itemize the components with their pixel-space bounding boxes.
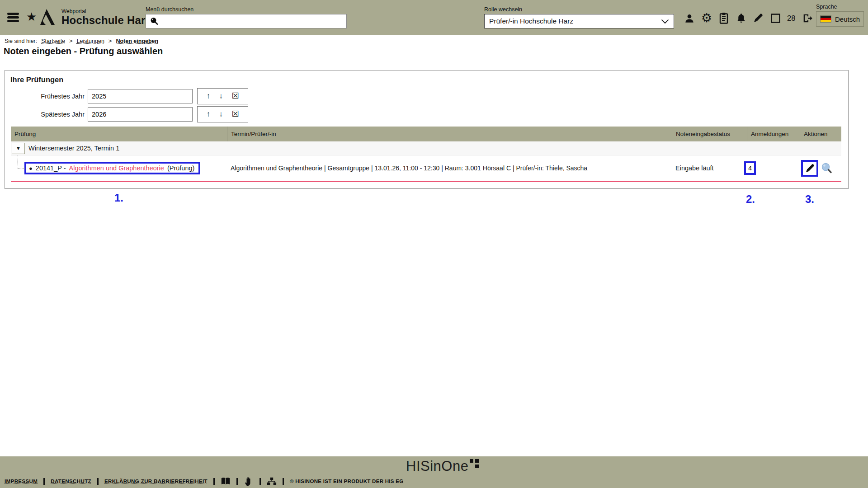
footer: HISinOne IMPRESSUM DATENSCHUTZ ERKLÄRUNG… xyxy=(0,456,868,488)
annotation-label-2: 2. xyxy=(746,193,755,206)
pencil-icon[interactable] xyxy=(752,12,764,24)
latest-year-input[interactable] xyxy=(88,107,193,122)
sign-language-icon[interactable] xyxy=(244,476,254,486)
actions-cell xyxy=(800,155,841,181)
logout-icon[interactable] xyxy=(801,12,813,24)
footer-links: IMPRESSUM DATENSCHUTZ ERKLÄRUNG ZUR BARR… xyxy=(5,476,404,486)
bell-icon[interactable] xyxy=(735,12,747,24)
exam-row: ● 20141_P - Algorithmen und Graphentheor… xyxy=(11,155,841,182)
hisinone-logo-dots xyxy=(470,459,480,469)
search-icon xyxy=(150,17,159,26)
user-icon[interactable] xyxy=(684,12,695,24)
role-value: Prüfer/-in Hochschule Harz xyxy=(489,17,573,25)
exam-cell: ● 20141_P - Algorithmen und Graphentheor… xyxy=(11,155,227,181)
year-filters: Frühestes Jahr ↑ ↓ ☒ Spätestes Jahr ↑ ↓ … xyxy=(5,89,848,122)
earliest-year-controls: ↑ ↓ ☒ xyxy=(197,88,248,104)
earliest-year-label: Frühestes Jahr xyxy=(5,93,85,100)
chevron-down-icon xyxy=(661,19,669,24)
tree-guide-line xyxy=(18,155,18,168)
divider xyxy=(213,478,215,485)
table-header-row: Prüfung Termin/Prüfer/-in Noteneingabest… xyxy=(11,127,841,141)
brand-logo[interactable]: Webportal Hochschule Harz xyxy=(40,8,151,26)
semester-group-row: ▼ Wintersemester 2025, Termin 1 xyxy=(11,141,841,155)
leichte-sprache-book-icon[interactable] xyxy=(221,476,231,486)
divider xyxy=(97,478,99,485)
role-label: Rolle wechseln xyxy=(484,6,674,13)
year-clear-button[interactable]: ☒ xyxy=(231,110,239,118)
hisinone-logo-text: HISinOne xyxy=(406,458,468,474)
edit-grades-pencil-icon[interactable] xyxy=(805,163,815,174)
annotation-box-1: ● 20141_P - Algorithmen und Graphentheor… xyxy=(24,162,200,174)
breadcrumb-startseite[interactable]: Startseite xyxy=(41,38,65,44)
search-label: Menü durchsuchen xyxy=(146,6,347,13)
divider xyxy=(283,478,284,485)
pruefungen-panel: Ihre Prüfungen Frühestes Jahr ↑ ↓ ☒ Spät… xyxy=(5,70,849,189)
hamburger-menu-icon[interactable] xyxy=(7,13,19,23)
breadcrumb-separator: > xyxy=(108,38,112,44)
divider xyxy=(43,478,45,485)
hisinone-logo[interactable]: HISinOne xyxy=(406,458,480,474)
language-select[interactable]: Deutsch xyxy=(816,11,864,27)
header-pruefung: Prüfung xyxy=(11,127,227,141)
role-switcher: Rolle wechseln Prüfer/-in Hochschule Har… xyxy=(484,6,674,28)
year-up-button[interactable]: ↑ xyxy=(206,92,210,100)
language-switcher: Sprache Deutsch xyxy=(816,4,864,27)
language-value: Deutsch xyxy=(835,15,860,23)
annotation-label-3: 3. xyxy=(805,193,814,206)
status-cell: Eingabe läuft xyxy=(672,155,747,181)
header-noteneingabestatus: Noteneingabestatus xyxy=(672,127,747,141)
registrations-count: 4 xyxy=(748,164,752,172)
page-title: Noten eingeben - Prüfung auswählen xyxy=(4,46,163,56)
exam-link[interactable]: Algorithmen und Graphentheorie xyxy=(69,164,164,172)
header-termin: Termin/Prüfer/-in xyxy=(227,127,672,141)
latest-year-label: Spätestes Jahr xyxy=(5,111,85,118)
panel-heading: Ihre Prüfungen xyxy=(10,75,848,84)
annotation-box-3 xyxy=(801,160,818,177)
header-aktionen: Aktionen xyxy=(800,127,841,141)
breadcrumb-prefix: Sie sind hier: xyxy=(5,38,37,44)
role-select[interactable]: Prüfer/-in Hochschule Harz xyxy=(484,14,674,28)
topbar-icons: ⚙ 28 xyxy=(684,11,813,25)
german-flag-icon xyxy=(820,15,831,23)
year-down-button[interactable]: ↓ xyxy=(219,92,223,100)
notification-count: 28 xyxy=(787,14,795,23)
search-input[interactable] xyxy=(159,15,346,27)
page: ★ Webportal Hochschule Harz Menü durchsu… xyxy=(0,0,868,488)
divider xyxy=(236,478,238,485)
divider xyxy=(259,478,261,485)
year-clear-button[interactable]: ☒ xyxy=(231,92,239,100)
breadcrumb-noten-eingeben[interactable]: Noten eingeben xyxy=(116,38,158,44)
semester-group-label: Wintersemester 2025, Termin 1 xyxy=(28,145,119,152)
latest-year-controls: ↑ ↓ ☒ xyxy=(197,106,248,122)
favorites-star-icon[interactable]: ★ xyxy=(26,10,37,24)
year-up-button[interactable]: ↑ xyxy=(206,110,210,118)
breadcrumb-leistungen[interactable]: Leistungen xyxy=(77,38,104,44)
copyright-text: © HISINONE IST EIN PRODUKT DER HIS EG xyxy=(290,479,404,484)
registrations-cell: 4 xyxy=(747,155,800,181)
exams-table: Prüfung Termin/Prüfer/-in Noteneingabest… xyxy=(11,127,841,182)
top-bar: ★ Webportal Hochschule Harz Menü durchsu… xyxy=(0,0,868,35)
tree-guide-line xyxy=(18,168,25,169)
collapse-triangle-icon[interactable]: ▼ xyxy=(12,143,25,154)
latest-year-row: Spätestes Jahr ↑ ↓ ☒ xyxy=(5,107,848,122)
mountain-logo-icon xyxy=(40,8,58,26)
language-label: Sprache xyxy=(816,4,864,10)
annotation-label-1: 1. xyxy=(114,192,123,204)
clipboard-icon[interactable] xyxy=(718,12,730,24)
sitemap-icon[interactable] xyxy=(267,476,277,486)
impressum-link[interactable]: IMPRESSUM xyxy=(5,479,38,484)
gear-icon[interactable]: ⚙ xyxy=(701,12,712,24)
exam-number: 20141_P - xyxy=(36,164,66,172)
year-down-button[interactable]: ↓ xyxy=(219,110,223,118)
breadcrumb: Sie sind hier: Startseite > Leistungen >… xyxy=(5,38,158,44)
header-anmeldungen: Anmeldungen xyxy=(747,127,800,141)
exam-type: (Prüfung) xyxy=(167,164,194,172)
earliest-year-input[interactable] xyxy=(88,89,193,103)
brand-name: Hochschule Harz xyxy=(61,14,151,26)
datenschutz-link[interactable]: DATENSCHUTZ xyxy=(51,479,91,484)
annotation-box-2: 4 xyxy=(744,161,756,175)
menu-search: Menü durchsuchen xyxy=(146,6,347,28)
details-magnifier-icon[interactable] xyxy=(821,162,833,174)
checkbox-icon[interactable] xyxy=(769,12,781,24)
barrierefreiheit-link[interactable]: ERKLÄRUNG ZUR BARRIEREFREIHEIT xyxy=(104,479,208,484)
